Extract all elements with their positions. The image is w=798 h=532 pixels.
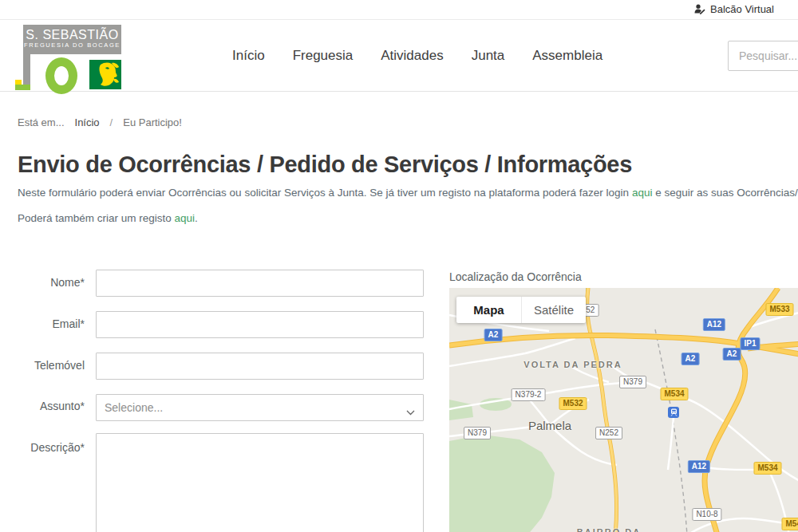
map-road-badge: M534 bbox=[660, 388, 688, 400]
descricao-label: Descrição* bbox=[0, 441, 85, 454]
map-label-palmela: Palmela bbox=[528, 419, 571, 432]
breadcrumb: Está em... Início / Eu Participo! bbox=[18, 116, 182, 128]
assunto-select[interactable]: Selecione... bbox=[96, 394, 424, 421]
logo-zero-ring bbox=[45, 57, 77, 94]
map-label-bairro-da: BAIRRO DA bbox=[577, 527, 641, 532]
user-edit-icon bbox=[694, 4, 705, 14]
map-road-badge: M533 bbox=[765, 303, 793, 316]
map-road-badge: N379 bbox=[619, 376, 646, 388]
chevron-down-icon bbox=[406, 405, 415, 418]
logo-subtitle: FREGUESIA DO BOCAGE bbox=[23, 41, 121, 49]
map-road-badge: N379 bbox=[464, 427, 491, 439]
assunto-label: Assunto* bbox=[0, 400, 85, 412]
map-road-badge: M534 bbox=[753, 462, 781, 475]
logo-title: S. SEBASTIÃO bbox=[23, 28, 121, 41]
balcao-virtual-link[interactable]: Balcão Virtual bbox=[694, 3, 774, 15]
intro-paragraph-1: Neste formulário poderá enviar Ocorrênci… bbox=[18, 187, 798, 199]
map-section-label: Localização da Ocorrência bbox=[449, 270, 582, 283]
main-nav: Início Freguesia Atividades Junta Assemb… bbox=[232, 20, 602, 92]
map-type-control: Mapa Satélite bbox=[456, 297, 586, 323]
map-road-badge: A2 bbox=[723, 348, 741, 361]
telemovel-label: Telemóvel bbox=[0, 359, 85, 372]
intro-1b: e seguir as suas Ocorrências/Serviços. bbox=[652, 187, 798, 199]
map-road-badge: A12 bbox=[703, 318, 725, 331]
intro-1a: Neste formulário poderá enviar Ocorrênci… bbox=[18, 187, 632, 199]
telemovel-field[interactable] bbox=[96, 353, 424, 380]
nav-freguesia[interactable]: Freguesia bbox=[293, 48, 354, 64]
intro-2b: . bbox=[195, 212, 198, 224]
site-logo[interactable]: S. SEBASTIÃO FREGUESIA DO BOCAGE bbox=[15, 25, 127, 89]
map-label-volta-da-pedra: VOLTA DA PEDRA bbox=[523, 360, 622, 369]
map-road-badge: M532 bbox=[559, 397, 587, 410]
nav-assembleia[interactable]: Assembleia bbox=[532, 48, 602, 64]
nav-junta[interactable]: Junta bbox=[472, 48, 505, 64]
nome-label: Nome* bbox=[0, 276, 85, 289]
map-button[interactable]: Mapa bbox=[456, 297, 521, 323]
breadcrumb-separator: / bbox=[110, 116, 113, 128]
assunto-selected-value: Selecione... bbox=[105, 401, 163, 414]
satellite-button[interactable]: Satélite bbox=[521, 297, 586, 323]
site-header: S. SEBASTIÃO FREGUESIA DO BOCAGE Início … bbox=[0, 20, 798, 92]
balcao-virtual-label: Balcão Virtual bbox=[710, 3, 774, 15]
map-road-badge: A12 bbox=[688, 460, 710, 473]
map-road-badge: A2 bbox=[681, 353, 700, 365]
login-aqui-link[interactable]: aqui bbox=[632, 187, 653, 199]
bocage-emblem bbox=[89, 60, 121, 89]
page: Balcão Virtual S. SEBASTIÃO FREGUESIA DO… bbox=[0, 0, 798, 532]
nome-field[interactable] bbox=[96, 270, 424, 297]
search-input[interactable] bbox=[728, 41, 798, 71]
logo-bar bbox=[23, 54, 30, 85]
intro-paragraph-2: Poderá também criar um registo aqui. bbox=[18, 212, 198, 224]
map-road-badge: A2 bbox=[484, 329, 503, 341]
map-road-badge: N379-2 bbox=[512, 388, 546, 401]
map-roads-layer bbox=[449, 288, 798, 532]
email-field[interactable] bbox=[96, 311, 424, 338]
top-bar: Balcão Virtual bbox=[0, 0, 798, 20]
occurrence-map[interactable]: VOLTA DA PEDRA Palmela BAIRRO DA 252M533… bbox=[449, 288, 798, 532]
map-road-badge: N10-8 bbox=[692, 508, 721, 521]
descricao-field[interactable] bbox=[96, 433, 424, 532]
breadcrumb-current: Eu Participo! bbox=[123, 116, 182, 128]
nav-atividades[interactable]: Atividades bbox=[381, 48, 443, 64]
breadcrumb-prefix: Está em... bbox=[18, 116, 65, 128]
nav-inicio[interactable]: Início bbox=[232, 48, 265, 64]
train-station-icon bbox=[668, 407, 679, 418]
map-road-badge: IP1 bbox=[740, 337, 760, 350]
breadcrumb-home-link[interactable]: Início bbox=[75, 116, 100, 128]
email-label: Email* bbox=[0, 317, 85, 330]
registo-aqui-link[interactable]: aqui bbox=[175, 212, 196, 224]
logo-plaque: S. SEBASTIÃO FREGUESIA DO BOCAGE bbox=[23, 25, 121, 54]
map-road-badge: N252 bbox=[595, 427, 622, 439]
page-title: Envio de Ocorrências / Pedido de Serviço… bbox=[18, 152, 632, 178]
map-road-badge: M542 bbox=[781, 518, 798, 530]
intro-2a: Poderá também criar um registo bbox=[18, 212, 175, 224]
logo-green-block bbox=[15, 85, 30, 90]
